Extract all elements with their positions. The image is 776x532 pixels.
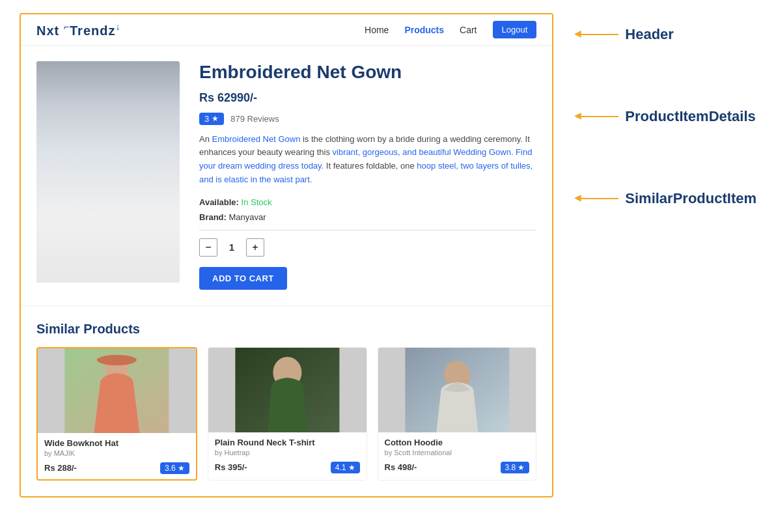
similar-rating-value-2: 4.1 [335, 463, 346, 472]
quantity-increment-button[interactable]: + [246, 238, 264, 257]
logo: Nxt ⌐Trendz↓ [36, 21, 120, 38]
similar-brand-1: by MAJIK [44, 449, 189, 457]
similar-product-item-3[interactable]: Cotton Hoodie by Scott International Rs … [378, 347, 537, 481]
svg-rect-5 [97, 358, 136, 361]
reviews-count: 879 Reviews [230, 114, 279, 124]
nav: Home Products Cart Logout [365, 21, 536, 38]
add-to-cart-button[interactable]: ADD TO CART [199, 267, 287, 290]
availability-label: Available: [199, 197, 239, 207]
quantity-value: 1 [225, 242, 238, 253]
similar-product-name-3: Cotton Hoodie [385, 438, 530, 447]
similar-product-image-1 [38, 348, 196, 433]
similar-card-body-3: Cotton Hoodie by Scott International Rs … [378, 432, 536, 479]
product-detail-annotation: ProductItemDetails [579, 108, 756, 125]
quantity-decrement-button[interactable]: − [199, 238, 217, 257]
product-detail-annotation-arrow [579, 116, 618, 117]
similar-footer-1: Rs 288/- 3.6 ★ [44, 462, 189, 474]
product-price: Rs 62990/- [199, 91, 536, 105]
similar-star-2: ★ [348, 463, 355, 472]
arrow-line-header [579, 34, 618, 35]
main-content-area: Nxt ⌐Trendz↓ Home Products Cart Logout [20, 13, 553, 497]
similar-product-image-2 [208, 348, 367, 432]
product-image-placeholder [36, 61, 180, 283]
quantity-row: − 1 + [199, 238, 536, 257]
similar-rating-value-1: 3.6 [165, 464, 176, 473]
similar-card-body-1: Wide Bowknot Hat by MAJIK Rs 288/- 3.6 ★ [38, 433, 196, 479]
logo-sub: ↓ [115, 21, 120, 32]
svg-point-1 [92, 85, 124, 122]
availability: Available: In Stock [199, 197, 536, 207]
product-image [36, 61, 180, 283]
header-annotation: Header [579, 26, 756, 43]
similar-brand-2: by Huetrap [215, 449, 360, 456]
rating-badge: 3 ★ [199, 113, 224, 125]
similar-product-image-3 [378, 348, 536, 432]
product-detail-annotation-label: ProductItemDetails [625, 108, 756, 125]
nav-products[interactable]: Products [404, 25, 444, 35]
desc-link-1[interactable]: Embroidered Net Gown [212, 134, 301, 144]
logout-button[interactable]: Logout [493, 21, 537, 38]
arrow-line-similar [579, 198, 618, 199]
svg-rect-0 [36, 61, 180, 283]
annotations-panel: Header ProductItemDetails SimilarProduct… [579, 13, 756, 497]
similar-price-2: Rs 395/- [215, 462, 247, 472]
product-item-details: Embroidered Net Gown Rs 62990/- 3 ★ 879 … [21, 46, 552, 306]
similar-products-section: Similar Products [21, 306, 552, 496]
header: Nxt ⌐Trendz↓ Home Products Cart Logout [21, 14, 552, 46]
similar-star-1: ★ [178, 464, 185, 473]
brand-value: Manyavar [229, 212, 266, 222]
similar-item-annotation-label: SimilarProductItem [625, 190, 756, 207]
arrow-line-product [579, 116, 618, 117]
similar-products-grid: Wide Bowknot Hat by MAJIK Rs 288/- 3.6 ★ [36, 347, 536, 481]
similar-product-name-1: Wide Bowknot Hat [44, 438, 189, 448]
header-annotation-label: Header [625, 26, 674, 43]
similar-price-3: Rs 498/- [385, 462, 417, 472]
product-info: Embroidered Net Gown Rs 62990/- 3 ★ 879 … [199, 61, 536, 290]
brand-label: Brand: [199, 212, 227, 222]
logo-icon: ⌐ [64, 21, 70, 32]
divider [199, 230, 536, 231]
availability-value: In Stock [242, 197, 272, 207]
similar-product-name-2: Plain Round Neck T-shirt [215, 438, 360, 447]
similar-rating-value-3: 3.8 [505, 463, 516, 472]
similar-price-1: Rs 288/- [44, 463, 77, 473]
header-annotation-arrow [579, 34, 618, 35]
similar-card-body-2: Plain Round Neck T-shirt by Huetrap Rs 3… [208, 432, 367, 479]
similar-item-annotation: SimilarProductItem [579, 190, 756, 207]
similar-products-title: Similar Products [36, 322, 536, 337]
similar-rating-1: 3.6 ★ [160, 462, 189, 474]
nav-home[interactable]: Home [365, 25, 389, 35]
nav-cart[interactable]: Cart [460, 25, 477, 35]
similar-product-item-1[interactable]: Wide Bowknot Hat by MAJIK Rs 288/- 3.6 ★ [36, 347, 197, 481]
similar-footer-2: Rs 395/- 4.1 ★ [215, 462, 360, 473]
star-icon: ★ [212, 114, 219, 123]
similar-footer-3: Rs 498/- 3.8 ★ [385, 462, 530, 473]
brand: Brand: Manyavar [199, 212, 536, 222]
similar-rating-3: 3.8 ★ [501, 462, 530, 473]
product-description: An Embroidered Net Gown is the clothing … [199, 133, 536, 187]
product-title: Embroidered Net Gown [199, 61, 536, 83]
rating-value: 3 [204, 114, 209, 124]
similar-brand-3: by Scott International [385, 449, 530, 456]
similar-product-item-2[interactable]: Plain Round Neck T-shirt by Huetrap Rs 3… [208, 347, 367, 481]
similar-item-annotation-arrow [579, 198, 618, 199]
similar-star-3: ★ [518, 463, 525, 472]
similar-rating-2: 4.1 ★ [331, 462, 360, 473]
rating-row: 3 ★ 879 Reviews [199, 113, 536, 125]
